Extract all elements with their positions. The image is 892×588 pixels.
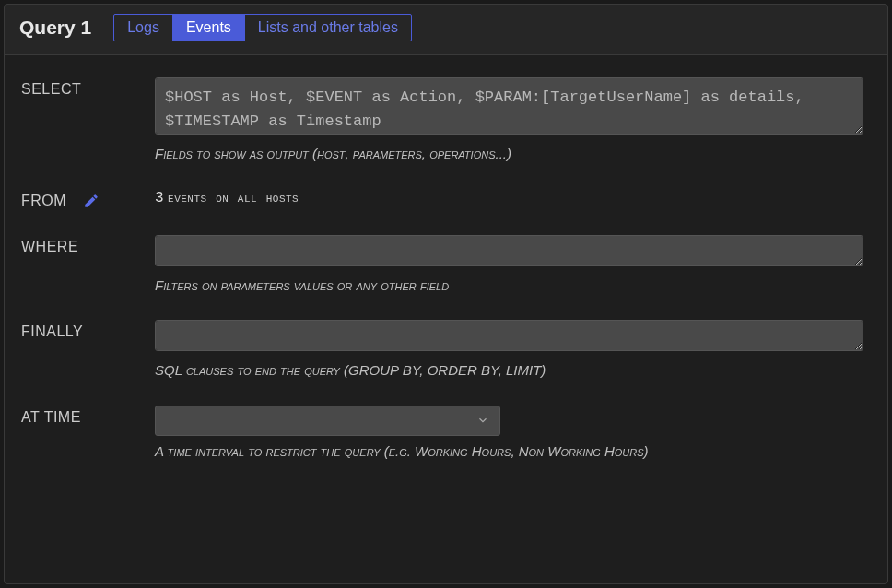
at-time-select[interactable] <box>155 406 500 436</box>
select-label-col: SELECT <box>21 77 155 163</box>
tab-lists[interactable]: Lists and other tables <box>245 15 411 41</box>
from-label: FROM <box>21 193 66 209</box>
panel-content: SELECT Fields to show as output (host, p… <box>5 54 887 583</box>
where-label: WHERE <box>21 239 78 255</box>
query-title: Query 1 <box>19 17 91 39</box>
from-field-col: 3 events on all hosts <box>155 189 871 209</box>
at-time-row: AT TIME A time interval to restrict the … <box>21 406 871 461</box>
tab-logs[interactable]: Logs <box>114 15 173 41</box>
where-field-col: Filters on parameters values or any othe… <box>155 235 871 295</box>
tabs-container: Logs Events Lists and other tables <box>113 14 412 41</box>
from-label-col: FROM <box>21 189 155 209</box>
finally-label: FINALLY <box>21 323 83 340</box>
at-time-label-col: AT TIME <box>21 406 155 461</box>
query-panel: Query 1 Logs Events Lists and other tabl… <box>4 4 888 584</box>
finally-input[interactable] <box>155 320 863 351</box>
panel-header: Query 1 Logs Events Lists and other tabl… <box>5 5 887 54</box>
where-hint: Filters on parameters values or any othe… <box>155 276 863 295</box>
finally-label-col: FINALLY <box>21 320 155 380</box>
select-input[interactable] <box>155 77 863 135</box>
from-count: 3 <box>155 190 164 206</box>
finally-row: FINALLY SQL clauses to end the query (GR… <box>21 320 871 380</box>
at-time-hint: A time interval to restrict the query (e… <box>155 442 863 461</box>
where-label-col: WHERE <box>21 235 155 295</box>
select-hint: Fields to show as output (host, paramete… <box>155 145 863 163</box>
where-row: WHERE Filters on parameters values or an… <box>21 235 871 295</box>
tab-events[interactable]: Events <box>173 15 245 41</box>
from-text: events on all hosts <box>168 191 299 206</box>
finally-hint: SQL clauses to end the query (GROUP BY, … <box>155 361 863 380</box>
select-field-col: Fields to show as output (host, paramete… <box>155 77 871 163</box>
select-row: SELECT Fields to show as output (host, p… <box>21 77 871 163</box>
where-input[interactable] <box>155 235 863 266</box>
finally-field-col: SQL clauses to end the query (GROUP BY, … <box>155 320 871 380</box>
at-time-select-wrapper <box>155 406 500 436</box>
at-time-field-col: A time interval to restrict the query (e… <box>155 406 871 461</box>
edit-icon[interactable] <box>83 193 100 209</box>
from-row: FROM 3 events on all hosts <box>21 189 871 209</box>
select-label: SELECT <box>21 81 81 98</box>
at-time-label: AT TIME <box>21 409 81 426</box>
